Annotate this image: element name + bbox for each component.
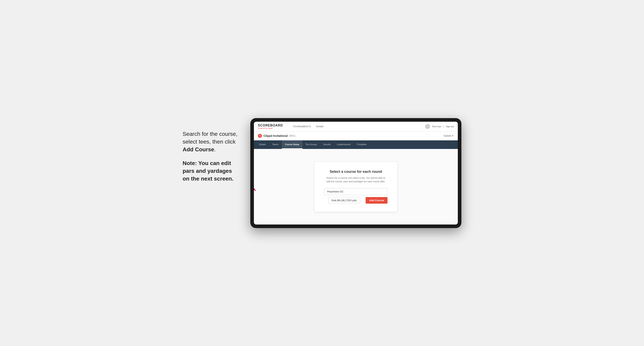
tab-printables[interactable]: Printables	[354, 140, 370, 149]
tab-results[interactable]: Results	[320, 140, 334, 149]
main-content: Select a course for each round Search fo…	[254, 149, 458, 224]
logo-text: SCOREBOARD	[258, 124, 283, 127]
tab-teams[interactable]: Teams	[269, 140, 282, 149]
annotation-text: Search for the course, select tees, then…	[182, 118, 238, 189]
add-course-button[interactable]: Add Course	[366, 197, 388, 204]
top-bar: SCOREBOARD Powered by clippd TOURNAMENTS…	[254, 122, 458, 132]
tee-select[interactable]: Gold (M) (M) (7010 yds)	[328, 197, 360, 204]
course-search-input[interactable]	[324, 188, 388, 195]
top-nav: TOURNAMENTS TEAMS	[293, 125, 324, 128]
tab-details[interactable]: Details	[256, 140, 269, 149]
annotation-note: Note: You can edit pars and yardages on …	[182, 159, 238, 183]
cancel-label: Cancel	[444, 134, 451, 137]
nav-teams[interactable]: TEAMS	[316, 125, 324, 128]
page-wrapper: Search for the course, select tees, then…	[182, 118, 462, 228]
cancel-button[interactable]: Cancel ✕	[444, 134, 454, 137]
annotation-line1: Search for the course, select tees, then…	[182, 130, 238, 154]
nav-tournaments[interactable]: TOURNAMENTS	[293, 125, 311, 128]
annotation-bold: Add Course	[182, 146, 214, 153]
logo-area: SCOREBOARD Powered by clippd	[258, 124, 283, 129]
logo-sub: Powered by clippd	[258, 127, 283, 129]
user-name: Test User	[432, 125, 441, 128]
tournament-title: C Clippd Invitational (Men)	[258, 134, 296, 138]
course-select-card: Select a course for each round Search fo…	[314, 162, 398, 212]
tournament-name: Clippd Invitational	[264, 134, 288, 137]
nav-logo-group: SCOREBOARD Powered by clippd TOURNAMENTS…	[258, 124, 324, 129]
tab-tee-groups[interactable]: Tee Groups	[302, 140, 320, 149]
tab-course-setup[interactable]: Course Setup	[282, 140, 302, 149]
cancel-icon: ✕	[452, 134, 454, 137]
separator: |	[443, 125, 444, 128]
tablet-screen: SCOREBOARD Powered by clippd TOURNAMENTS…	[254, 122, 458, 224]
annotation-arrow	[254, 157, 280, 201]
card-description: Search for a course and select a tee. Yo…	[324, 176, 388, 183]
tablet-frame: SCOREBOARD Powered by clippd TOURNAMENTS…	[250, 118, 462, 228]
tournament-icon: C	[258, 134, 262, 138]
user-area: T Test User | Sign out	[425, 124, 454, 129]
tournament-category: (Men)	[289, 134, 295, 137]
card-title: Select a course for each round	[324, 170, 388, 174]
avatar: T	[425, 124, 430, 129]
tab-leaderboards[interactable]: Leaderboards	[334, 140, 354, 149]
sign-out-link[interactable]: Sign out	[446, 125, 454, 128]
tournament-header: C Clippd Invitational (Men) Cancel ✕	[254, 132, 458, 140]
tab-nav: Details Teams Course Setup Tee Groups Re…	[254, 140, 458, 149]
tee-select-wrapper: Gold (M) (M) (7010 yds)	[324, 197, 364, 204]
tee-select-row: Gold (M) (M) (7010 yds) Add Course	[324, 197, 388, 204]
